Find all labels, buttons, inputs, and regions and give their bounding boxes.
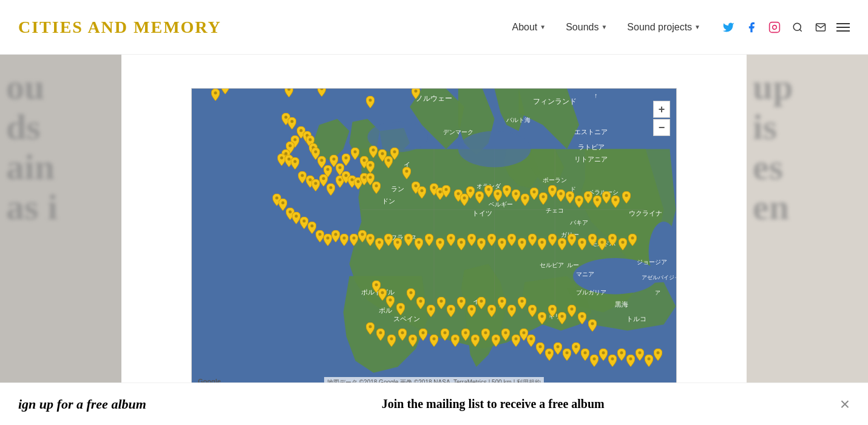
svg-point-8 — [367, 122, 428, 152]
map-controls: + − — [653, 101, 670, 136]
svg-text:デンマーク: デンマーク — [443, 129, 473, 135]
map-container[interactable]: ノルウェー フィンランド ↑ エストニア バルト海 ラトビア リトアニア デンマ… — [191, 88, 677, 392]
svg-text:イ: イ — [404, 161, 410, 168]
svg-text:リトアニア: リトアニア — [574, 155, 608, 163]
svg-text:ポルトガル: ポルトガル — [361, 288, 395, 296]
nav-icons — [721, 20, 850, 35]
nav-menu: About ▼ Sounds ▼ Sound projects ▼ — [503, 17, 709, 38]
sounds-chevron-icon: ▼ — [601, 24, 607, 30]
facebook-icon[interactable] — [744, 20, 759, 35]
svg-text:ギリ: ギリ — [549, 313, 561, 319]
svg-rect-0 — [770, 22, 780, 32]
svg-text:ブルガリア: ブルガリア — [576, 289, 606, 296]
main-content: ou ds ain as i — [0, 55, 868, 425]
right-panel: up is es en — [747, 55, 868, 425]
svg-point-2 — [793, 23, 801, 30]
svg-text:ガリー: ガリー — [561, 231, 579, 238]
svg-text:マニア: マニア — [576, 271, 594, 277]
svg-text:イ: イ — [473, 298, 480, 305]
svg-text:アゼルバイジャン: アゼルバイジャン — [642, 274, 676, 280]
nav-sounds[interactable]: Sounds ▼ — [557, 17, 615, 38]
instagram-icon[interactable] — [767, 20, 782, 35]
svg-text:ラン: ラン — [391, 185, 404, 192]
svg-text:トルコ: トルコ — [626, 315, 646, 322]
svg-text:↑: ↑ — [594, 92, 597, 99]
nav-sound-projects[interactable]: Sound projects ▼ — [619, 17, 709, 38]
right-panel-text: up is es en — [747, 55, 868, 425]
svg-text:バルト海: バルト海 — [506, 117, 531, 123]
bottom-banner: ign up for a free album Join the mailing… — [0, 382, 868, 425]
menu-icon[interactable] — [836, 23, 850, 32]
twitter-icon[interactable] — [721, 20, 736, 35]
svg-text:エストニア: エストニア — [574, 128, 608, 135]
svg-text:ベラルーシ: ベラルーシ — [588, 189, 619, 195]
svg-text:モルドバ: モルドバ — [591, 240, 616, 247]
svg-text:ドン: ドン — [382, 197, 395, 205]
email-icon[interactable] — [813, 20, 828, 35]
svg-text:フランス: フランス — [390, 234, 417, 241]
left-panel: ou ds ain as i — [0, 55, 121, 425]
svg-text:ウクライナ: ウクライナ — [629, 209, 662, 217]
svg-line-3 — [799, 29, 801, 31]
zoom-in-button[interactable]: + — [653, 101, 670, 118]
svg-text:黒海: 黒海 — [615, 301, 628, 308]
svg-text:ド: ド — [570, 186, 576, 192]
svg-text:ボル: ボル — [379, 307, 392, 314]
svg-text:ア: ア — [655, 290, 660, 296]
zoom-out-button[interactable]: − — [653, 119, 670, 136]
svg-text:チェコ: チェコ — [546, 207, 564, 214]
site-title: CITIES AND MEMORY — [18, 18, 222, 37]
banner-left-text: ign up for a free album — [18, 396, 146, 412]
left-panel-text: ou ds ain as i — [0, 55, 121, 425]
svg-point-7 — [458, 131, 531, 168]
svg-text:ノルウェー: ノルウェー — [416, 94, 452, 103]
svg-text:ラトビア: ラトビア — [578, 143, 605, 151]
svg-text:トイツ: トイツ — [472, 209, 492, 217]
svg-text:バキア: バキア — [569, 219, 588, 226]
svg-text:オランダ: オランダ — [476, 183, 501, 189]
svg-text:スペイン: スペイン — [393, 315, 420, 322]
svg-text:ポーラン: ポーラン — [543, 177, 567, 183]
site-header: CITIES AND MEMORY About ▼ Sounds ▼ Sound… — [0, 0, 868, 55]
about-chevron-icon: ▼ — [540, 24, 546, 30]
banner-close-button[interactable]: × — [840, 396, 850, 413]
nav-about[interactable]: About ▼ — [503, 17, 554, 38]
svg-text:ベルギー: ベルギー — [489, 201, 513, 208]
sound-projects-chevron-icon: ▼ — [694, 24, 700, 30]
svg-text:ルー: ルー — [567, 262, 579, 268]
search-icon[interactable] — [790, 20, 805, 35]
svg-text:ア: ア — [498, 301, 505, 308]
svg-text:フィンランド: フィンランド — [533, 97, 577, 106]
svg-text:ジョージア: ジョージア — [637, 259, 667, 265]
nav-right: About ▼ Sounds ▼ Sound projects ▼ — [503, 17, 850, 38]
svg-text:セルビア: セルビア — [540, 262, 564, 268]
banner-center-text: Join the mailing list to receive a free … — [382, 397, 605, 411]
